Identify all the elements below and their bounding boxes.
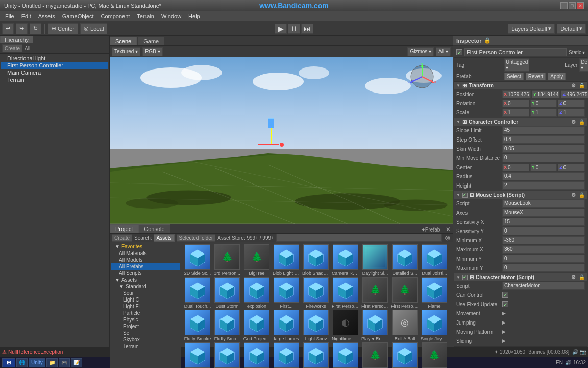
asset-item-12[interactable]: First... xyxy=(272,277,301,309)
motor-script-value[interactable]: CharacterMotor xyxy=(502,282,585,290)
mouse-look-section[interactable]: ▼ ✓ ⊞ Mouse Look (Script) ⚙ 🔒 xyxy=(454,191,587,199)
asset-item-24[interactable]: Player Relat... xyxy=(361,310,389,341)
sidebar-light-c[interactable]: Light C xyxy=(111,296,180,303)
mouse-look-gear-icon[interactable]: ⚙ xyxy=(571,192,576,198)
sidebar-light-fl[interactable]: Light Fl xyxy=(111,303,180,310)
scene-tab[interactable]: Scene xyxy=(110,37,137,45)
sidebar-particle[interactable]: Particle xyxy=(111,310,180,316)
moving-expand[interactable]: ▶ xyxy=(502,329,506,334)
min-move-value[interactable]: 0 xyxy=(502,154,585,162)
char-motor-lock-icon[interactable]: 🔒 xyxy=(579,274,585,280)
sidebar-terrain[interactable]: Terrain xyxy=(111,343,180,350)
asset-item-8[interactable]: Dual Joisti... xyxy=(420,244,449,276)
taskbar-chrome[interactable]: 🌐 xyxy=(16,358,28,367)
shading-dropdown[interactable]: Textured ▾ xyxy=(112,47,140,56)
step-offset-value[interactable]: 0.4 xyxy=(502,135,585,144)
hierarchy-item-terrain[interactable]: Terrain xyxy=(1,76,108,83)
radius-value[interactable]: 0.4 xyxy=(502,172,585,180)
sidebar-all-materials[interactable]: All Materials xyxy=(111,250,180,257)
start-button[interactable]: ⊞ xyxy=(2,358,15,367)
undo-button[interactable]: ↩ xyxy=(2,23,14,34)
asset-item-18[interactable]: Fluffy Smoke xyxy=(183,310,212,341)
jumping-expand[interactable]: ▶ xyxy=(502,320,506,325)
script-value[interactable]: MouseLook xyxy=(502,199,585,208)
step-button[interactable]: ⏭ xyxy=(301,24,313,34)
prefab-select-btn[interactable]: Select xyxy=(504,73,524,80)
object-name-input[interactable] xyxy=(464,48,567,56)
asset-item-9[interactable]: Dual Touch... xyxy=(183,277,212,309)
menu-terrain[interactable]: Terrain xyxy=(134,13,157,20)
fps-input-section[interactable]: ▼ ✓ ⊞ FPSInput Controller (Script) ⚙ 🔒 xyxy=(454,346,587,347)
hierarchy-create-btn[interactable]: Create xyxy=(2,44,22,52)
active-checkbox[interactable]: ✓ xyxy=(456,49,462,55)
all-btn[interactable]: All ▾ xyxy=(436,47,451,56)
error-status[interactable]: ⚠ NullReferenceException xyxy=(2,349,63,355)
lock-icon[interactable]: 🔒 xyxy=(484,37,491,44)
movement-expand[interactable]: ▶ xyxy=(502,311,506,316)
sidebar-all-scripts[interactable]: All Scripts xyxy=(111,270,180,277)
sidebar-skybox[interactable]: Skybox xyxy=(111,336,180,343)
console-tab[interactable]: Console xyxy=(138,224,170,233)
hierarchy-item-fps[interactable]: First Person Controller xyxy=(1,62,108,69)
asset-item-15[interactable]: 🌲First Person... xyxy=(361,277,389,309)
sidebar-project[interactable]: Project xyxy=(111,323,180,330)
assets-filter-btn[interactable]: Assets xyxy=(154,234,174,242)
menu-file[interactable]: File xyxy=(2,13,17,20)
close-button[interactable]: ✕ xyxy=(577,2,584,9)
sidebar-all-prefabs[interactable]: All Prefabs xyxy=(111,263,180,270)
gizmos-btn[interactable]: Gizmos ▾ xyxy=(407,47,434,56)
asset-item-35[interactable]: 🌲TapToMove... xyxy=(420,342,449,368)
transform-gear-icon[interactable]: ⚙ xyxy=(571,83,576,88)
char-motor-gear-icon[interactable]: ⚙ xyxy=(571,274,576,280)
asset-item-32[interactable]: Sparkle Ric... xyxy=(331,342,360,368)
scale-x-field[interactable]: X 1 xyxy=(502,109,529,117)
asset-item-29[interactable]: small flames xyxy=(242,342,271,368)
scale-y-field[interactable]: Y 1 xyxy=(530,109,557,117)
asset-item-27[interactable]: Single Tou... xyxy=(183,342,212,368)
search-input[interactable] xyxy=(276,234,442,242)
asset-item-13[interactable]: Fireworks xyxy=(302,277,330,309)
pos-z-field[interactable]: Z 496.2475 xyxy=(561,90,588,98)
transform-center-btn[interactable]: ⊕ Center xyxy=(48,23,78,34)
asset-item-14[interactable]: First Person... xyxy=(331,277,360,309)
sidebar-scripts[interactable]: Sc xyxy=(111,330,180,336)
rot-z-field[interactable]: Z 0 xyxy=(558,100,585,107)
sidebar-assets[interactable]: ▼ Assets xyxy=(111,277,180,283)
minimize-button[interactable]: — xyxy=(560,2,568,9)
sidebar-standard[interactable]: ▼ Standard xyxy=(111,283,180,290)
asset-item-3[interactable]: Blob Light P... xyxy=(272,244,301,276)
tag-dropdown[interactable]: Untagged ▾ xyxy=(504,58,529,72)
char-ctrl-section[interactable]: ▼ ⊞ Character Controller ⚙ 🔒 xyxy=(454,118,587,126)
asset-item-4[interactable]: Blob Shado... xyxy=(302,244,330,276)
menu-help[interactable]: Help xyxy=(185,13,203,20)
sens-y-value[interactable]: 0 xyxy=(502,227,585,235)
can-control-checkbox[interactable]: ✓ xyxy=(502,292,508,298)
create-btn[interactable]: Create xyxy=(112,234,132,242)
asset-item-28[interactable]: Small explo... xyxy=(213,342,241,368)
center-x-field[interactable]: X 0 xyxy=(502,164,529,171)
asset-item-0[interactable]: 2D Side Sc... xyxy=(183,244,212,276)
scale-z-field[interactable]: Z 1 xyxy=(558,109,585,117)
maximize-button[interactable]: □ xyxy=(569,2,576,9)
layers-dropdown[interactable]: Layers Default ▾ xyxy=(508,24,555,34)
hierarchy-item-directional[interactable]: Directional light xyxy=(1,55,108,62)
asset-item-7[interactable]: Detailed S... xyxy=(390,244,419,276)
mouse-look-lock-icon[interactable]: 🔒 xyxy=(579,192,585,198)
project-tab[interactable]: Project xyxy=(110,224,138,233)
char-ctrl-lock-icon[interactable]: 🔒 xyxy=(579,119,585,125)
transform-local-btn[interactable]: ◎ Local xyxy=(80,23,107,34)
layer-dropdown[interactable]: Default ▾ xyxy=(579,58,588,72)
center-y-field[interactable]: Y 0 xyxy=(530,164,557,171)
asset-item-11[interactable]: explosion xyxy=(242,277,271,309)
asset-item-10[interactable]: Dust Storm xyxy=(213,277,241,309)
max-y-value[interactable]: 0 xyxy=(502,264,585,272)
height-value[interactable]: 2 xyxy=(502,181,585,190)
asset-item-21[interactable]: large flames xyxy=(272,310,301,341)
mouse-look-checkbox[interactable]: ✓ xyxy=(462,193,468,198)
asset-item-26[interactable]: Single Joyst... xyxy=(420,310,449,341)
redo-button[interactable]: ↪ xyxy=(16,23,28,34)
center-z-field[interactable]: Z 0 xyxy=(558,164,585,171)
transform-lock-icon[interactable]: 🔒 xyxy=(579,83,585,88)
char-motor-checkbox[interactable]: ✓ xyxy=(462,275,468,280)
sliding-expand[interactable]: ▶ xyxy=(502,338,506,343)
